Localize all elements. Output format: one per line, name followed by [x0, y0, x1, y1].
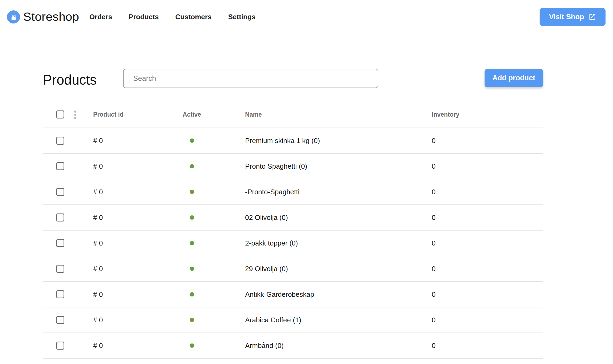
cell-product-id: # 0: [93, 162, 183, 171]
active-status-dot: [190, 241, 194, 245]
column-header-product-id[interactable]: Product id: [93, 111, 183, 118]
cell-product-id: # 0: [93, 265, 183, 273]
cell-product-id: # 0: [93, 239, 183, 247]
row-checkbox[interactable]: [56, 239, 64, 247]
main-nav: Orders Products Customers Settings: [89, 13, 256, 21]
cell-name: -Pronto-Spaghetti: [245, 188, 432, 196]
table-row[interactable]: # 0 Armbånd (0) 0: [43, 333, 543, 359]
row-checkbox[interactable]: [56, 290, 64, 298]
column-header-active[interactable]: Active: [183, 111, 245, 118]
cell-inventory: 0: [432, 290, 543, 299]
active-status-dot: [190, 139, 194, 143]
cell-inventory: 0: [432, 342, 543, 350]
brand-logo[interactable]: Storeshop: [7, 10, 79, 24]
cell-name: Arabica Coffee (1): [245, 316, 432, 324]
cell-inventory: 0: [432, 239, 543, 247]
table-row[interactable]: # 0 Antikk-Garderobeskap 0: [43, 282, 543, 307]
table-row[interactable]: # 0 2-pakk topper (0) 0: [43, 231, 543, 256]
active-status-dot: [190, 292, 194, 296]
select-all-checkbox[interactable]: [56, 110, 64, 118]
page-title: Products: [43, 72, 97, 88]
active-status-dot: [190, 215, 194, 220]
cell-product-id: # 0: [93, 316, 183, 324]
active-status-dot: [190, 164, 194, 168]
cell-name: Antikk-Garderobeskap: [245, 290, 432, 299]
visit-shop-label: Visit Shop: [549, 13, 584, 21]
cell-name: Pronto Spaghetti (0): [245, 162, 432, 171]
nav-item-customers[interactable]: Customers: [175, 13, 212, 21]
table-row[interactable]: # 0 29 Olivolja (0) 0: [43, 256, 543, 282]
nav-item-products[interactable]: Products: [129, 13, 159, 21]
cell-inventory: 0: [432, 316, 543, 324]
brand-name: Storeshop: [23, 10, 79, 24]
cell-name: Premium skinka 1 kg (0): [245, 137, 432, 145]
table-row[interactable]: # 0 02 Olivolja (0) 0: [43, 205, 543, 231]
cell-name: 2-pakk topper (0): [245, 239, 432, 247]
active-status-dot: [190, 343, 194, 348]
search-input[interactable]: [123, 69, 378, 88]
cell-product-id: # 0: [93, 137, 183, 145]
row-checkbox[interactable]: [56, 137, 64, 145]
row-checkbox[interactable]: [56, 342, 64, 350]
cell-inventory: 0: [432, 213, 543, 222]
table-row[interactable]: # 0 Pronto Spaghetti (0) 0: [43, 154, 543, 179]
row-checkbox[interactable]: [56, 316, 64, 324]
cell-product-id: # 0: [93, 342, 183, 350]
column-header-name[interactable]: Name: [245, 111, 432, 118]
nav-item-orders[interactable]: Orders: [89, 13, 112, 21]
active-status-dot: [190, 267, 194, 271]
products-table: Product id Active Name Inventory # 0 Pre…: [43, 101, 543, 359]
cell-name: 29 Olivolja (0): [245, 265, 432, 273]
cell-inventory: 0: [432, 137, 543, 145]
more-vert-icon[interactable]: [73, 109, 77, 120]
products-page: Products Add product Product id Active N…: [0, 34, 613, 364]
active-status-dot: [190, 318, 194, 322]
row-checkbox[interactable]: [56, 265, 64, 273]
app-header: Storeshop Orders Products Customers Sett…: [0, 0, 613, 34]
cell-product-id: # 0: [93, 290, 183, 299]
row-checkbox[interactable]: [56, 162, 64, 170]
cell-name: Armbånd (0): [245, 342, 432, 350]
visit-shop-button[interactable]: Visit Shop: [540, 8, 606, 26]
table-row[interactable]: # 0 Premium skinka 1 kg (0) 0: [43, 128, 543, 154]
column-header-inventory[interactable]: Inventory: [432, 111, 543, 118]
cell-name: 02 Olivolja (0): [245, 213, 432, 222]
cell-inventory: 0: [432, 162, 543, 171]
table-body: # 0 Premium skinka 1 kg (0) 0 # 0 Pronto…: [43, 128, 543, 359]
cell-product-id: # 0: [93, 213, 183, 222]
row-checkbox[interactable]: [56, 188, 64, 196]
cell-inventory: 0: [432, 188, 543, 196]
cell-inventory: 0: [432, 265, 543, 273]
row-checkbox[interactable]: [56, 213, 64, 221]
table-header-row: Product id Active Name Inventory: [43, 101, 543, 128]
active-status-dot: [190, 190, 194, 194]
external-link-icon: [588, 13, 596, 21]
table-row[interactable]: # 0 Arabica Coffee (1) 0: [43, 307, 543, 333]
shopping-bag-icon: [7, 10, 20, 23]
table-row[interactable]: # 0 -Pronto-Spaghetti 0: [43, 179, 543, 205]
cell-product-id: # 0: [93, 188, 183, 196]
add-product-button[interactable]: Add product: [485, 69, 543, 87]
nav-item-settings[interactable]: Settings: [228, 13, 256, 21]
